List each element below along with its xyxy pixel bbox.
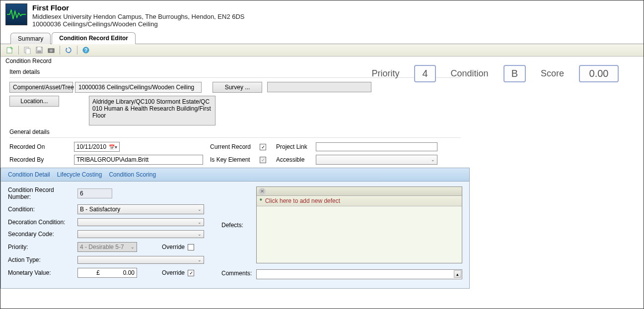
component-path-value: 10000036 Ceilings/Ceilings/Wooden Ceilin…	[75, 82, 202, 93]
current-record-label: Current Record	[210, 143, 260, 150]
recorded-on-label: Recorded On	[9, 143, 74, 150]
monetary-value-input[interactable]	[77, 268, 137, 278]
toolbar-separator	[18, 46, 19, 55]
decoration-condition-label: Decoration Condition:	[8, 219, 77, 226]
header-address: Middlesex University Hendon Campus, The …	[32, 13, 245, 20]
override-priority-checkbox[interactable]	[188, 244, 194, 250]
action-type-select[interactable]: ⌄	[77, 256, 204, 264]
location-value: Aldridge Library/QC100 Stormont Estate/Q…	[89, 96, 215, 125]
survey-button[interactable]: Survey ...	[213, 82, 262, 93]
toolbar-separator	[60, 46, 60, 55]
score-value: 0.00	[579, 65, 619, 82]
override-priority-label: Override	[162, 244, 185, 250]
secondary-code-label: Secondary Code:	[8, 231, 77, 238]
recorded-by-input[interactable]	[74, 155, 203, 165]
defects-grid[interactable]: ✕ * Click here to add new defect	[256, 186, 462, 263]
priority-select: 4 - Desirable 5-7⌄	[77, 242, 137, 252]
action-type-label: Action Type:	[8, 256, 77, 263]
crn-label: Condition Record Number:	[8, 186, 77, 200]
project-link-label: Project Link	[276, 143, 316, 150]
recorded-on-input[interactable]: 10/11/2010 📅▾	[74, 142, 120, 152]
subtab-condition-detail[interactable]: Condition Detail	[8, 171, 50, 178]
svg-rect-5	[37, 51, 41, 53]
app-logo	[5, 3, 27, 25]
save-icon[interactable]	[35, 46, 44, 55]
monetary-value-label: Monetary Value:	[8, 269, 77, 276]
toolbar-separator	[77, 46, 77, 55]
calendar-icon[interactable]: 📅▾	[109, 144, 117, 150]
component-asset-tree-button[interactable]: Component/Asset/Tree	[9, 82, 73, 93]
condition-label: Condition	[451, 68, 489, 79]
accessible-select[interactable]: ⌄	[316, 155, 437, 165]
priority-label: Priority	[371, 68, 399, 79]
is-key-element-checkbox: ✓	[260, 157, 266, 163]
tab-summary[interactable]: Summary	[10, 33, 51, 44]
condition-detail-label: Condition:	[8, 206, 77, 213]
asterisk-icon: *	[260, 197, 262, 204]
section-condition-record: Condition Record	[0, 57, 644, 65]
secondary-code-select[interactable]: ⌄	[77, 230, 204, 238]
tab-condition-record-editor[interactable]: Condition Record Editor	[52, 32, 136, 44]
help-icon[interactable]: ?	[81, 46, 90, 55]
defects-label: Defects:	[221, 222, 256, 229]
override-monetary-checkbox[interactable]: ✓	[188, 270, 194, 276]
decoration-condition-select[interactable]: ⌄	[77, 218, 204, 226]
comments-textarea[interactable]: ▴	[256, 269, 462, 279]
score-label: Score	[541, 68, 564, 79]
condition-value: B	[503, 65, 526, 82]
current-record-checkbox[interactable]: ✓	[260, 144, 266, 150]
subtab-condition-scoring[interactable]: Condition Scoring	[109, 171, 156, 178]
refresh-icon[interactable]	[64, 46, 73, 55]
override-monetary-label: Override	[162, 269, 185, 276]
page-title: First Floor	[32, 3, 245, 12]
survey-value	[267, 82, 371, 92]
svg-rect-2	[26, 49, 30, 54]
delete-defect-icon[interactable]: ✕	[259, 188, 266, 195]
condition-select[interactable]: B - Satisfactory⌄	[77, 204, 204, 214]
project-link-input[interactable]	[316, 142, 437, 151]
svg-text:?: ?	[84, 48, 87, 53]
general-details-title: General details	[9, 128, 461, 135]
copy-icon[interactable]	[23, 46, 32, 55]
location-button[interactable]: Location...	[9, 96, 59, 107]
priority-detail-label: Priority:	[8, 244, 77, 250]
camera-icon[interactable]	[47, 46, 56, 55]
priority-value: 4	[414, 65, 435, 82]
comments-label: Comments:	[221, 270, 256, 277]
is-key-element-label: Is Key Element	[210, 156, 260, 163]
header-path: 10000036 Ceilings/Ceilings/Wooden Ceilin…	[32, 20, 245, 28]
crn-value: 6	[77, 188, 112, 198]
add-defect-row[interactable]: * Click here to add new defect	[257, 196, 462, 206]
recorded-by-label: Recorded By	[9, 156, 74, 163]
subtab-lifecycle-costing[interactable]: Lifecycle Costing	[57, 171, 102, 178]
accessible-label: Accessible	[276, 156, 316, 163]
svg-rect-4	[38, 47, 41, 50]
svg-point-7	[50, 50, 53, 52]
new-icon[interactable]	[5, 46, 14, 55]
scroll-up-icon[interactable]: ▴	[454, 270, 461, 278]
